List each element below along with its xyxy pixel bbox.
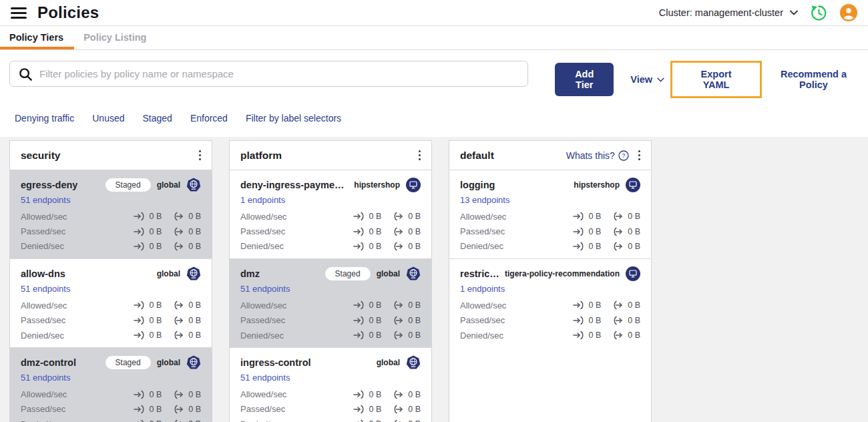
metric-row: Denied/sec0 B0 B (240, 328, 421, 343)
metric-value: 0 B (173, 212, 201, 221)
view-button-label: View (630, 74, 652, 85)
policy-search[interactable] (9, 61, 528, 87)
egress-bytes-icon (173, 316, 185, 325)
policy-card-dmz-control[interactable]: dmz-control Staged global 51 endpoints A… (10, 347, 212, 422)
metric-value: 0 B (393, 405, 421, 414)
metric-value: 0 B (134, 242, 162, 251)
metric-label: Denied/sec (21, 419, 64, 422)
whats-this-link[interactable]: Whats this? ? (566, 150, 629, 161)
ingress-bytes-icon (353, 242, 365, 251)
metric-value: 0 B (573, 212, 601, 221)
policy-name: dmz-control (21, 357, 76, 368)
metric-label: Allowed/sec (21, 300, 67, 310)
metric-label: Denied/sec (460, 241, 503, 251)
metric-value: 0 B (173, 390, 201, 399)
filter-denying-traffic[interactable]: Denying traffic (15, 113, 74, 124)
tier-header: platform (230, 141, 431, 170)
metric-row: Allowed/sec0 B0 B (240, 298, 421, 312)
filter-enforced[interactable]: Enforced (190, 113, 228, 124)
user-avatar[interactable] (840, 4, 857, 21)
egress-bytes-icon (173, 405, 185, 414)
tier-column-security: security egress-deny Staged global 51 en… (9, 140, 212, 422)
metric-row: Allowed/sec0 B0 B (21, 209, 201, 224)
policy-card-deny-ingress-paymentservice[interactable]: deny-ingress-paymentservi… hipstershop 1… (230, 170, 431, 258)
metric-value: 0 B (134, 212, 162, 221)
tier-menu-icon[interactable] (634, 149, 644, 162)
traffic-metrics: Allowed/sec0 B0 BPassed/sec0 B0 BDenied/… (240, 387, 421, 422)
metric-label: Denied/sec (21, 331, 64, 341)
search-input[interactable] (39, 68, 519, 79)
policy-scope: global (377, 358, 400, 367)
policy-card-restricted[interactable]: restricted tigera-policy-recommendation … (449, 258, 651, 347)
metric-value: 0 B (173, 227, 201, 236)
view-button[interactable]: View (630, 74, 664, 85)
menu-icon[interactable] (11, 5, 27, 21)
filter-unused[interactable]: Unused (92, 113, 124, 124)
egress-bytes-icon (393, 419, 405, 422)
global-policy-icon (406, 266, 421, 281)
policy-scope: global (157, 180, 180, 190)
tier-menu-icon[interactable] (415, 149, 425, 162)
metric-value: 0 B (573, 331, 601, 340)
chevron-down-icon (790, 10, 798, 15)
policy-card-logging[interactable]: logging hipstershop 13 endpoints Allowed… (449, 170, 651, 258)
policy-card-ingress-control[interactable]: ingress-control global 51 endpoints Allo… (230, 347, 431, 422)
metric-value: 0 B (353, 300, 381, 310)
recommend-policy-button[interactable]: Recommend a Policy (769, 69, 859, 90)
metric-label: Allowed/sec (240, 389, 286, 399)
ingress-bytes-icon (573, 316, 585, 325)
endpoints-link[interactable]: 51 endpoints (21, 373, 201, 383)
filter-by-label-selectors[interactable]: Filter by label selectors (246, 113, 341, 124)
metric-row: Allowed/sec0 B0 B (21, 298, 201, 312)
egress-bytes-icon (612, 316, 624, 325)
metric-value: 0 B (573, 316, 601, 325)
history-icon[interactable] (810, 4, 828, 22)
policy-name: allow-dns (21, 268, 65, 279)
metric-label: Passed/sec (21, 315, 65, 325)
policy-card-dmz[interactable]: dmz Staged global 51 endpoints Allowed/s… (230, 258, 431, 347)
metric-value: 0 B (393, 242, 421, 251)
policy-card-allow-dns[interactable]: allow-dns global 51 endpoints Allowed/se… (10, 258, 212, 347)
policy-scope: hipstershop (574, 180, 620, 190)
endpoints-link[interactable]: 51 endpoints (21, 195, 201, 205)
export-yaml-button[interactable]: Export YAML (688, 69, 744, 90)
egress-bytes-icon (612, 242, 624, 251)
metric-value: 0 B (573, 242, 601, 251)
egress-bytes-icon (393, 227, 405, 236)
policy-name: restricted (460, 268, 499, 279)
policy-scope: global (157, 358, 180, 367)
tier-menu-icon[interactable] (195, 149, 205, 162)
tier-name: security (21, 150, 60, 162)
metric-row: Denied/sec0 B0 B (240, 239, 421, 254)
endpoints-link[interactable]: 1 endpoints (460, 284, 640, 294)
tab-policy-tiers[interactable]: Policy Tiers (0, 26, 74, 49)
egress-bytes-icon (393, 331, 405, 340)
policy-card-egress-deny[interactable]: egress-deny Staged global 51 endpoints A… (10, 170, 212, 258)
egress-bytes-icon (393, 316, 405, 325)
filter-staged[interactable]: Staged (143, 113, 172, 124)
policy-name: dmz (240, 268, 260, 279)
tier-header: security (10, 141, 212, 170)
endpoints-link[interactable]: 13 endpoints (460, 195, 640, 205)
endpoints-link[interactable]: 51 endpoints (21, 284, 201, 294)
svg-text:?: ? (622, 152, 625, 159)
endpoints-link[interactable]: 51 endpoints (240, 373, 421, 383)
metric-label: Allowed/sec (240, 300, 286, 310)
endpoints-link[interactable]: 51 endpoints (240, 284, 421, 294)
ingress-bytes-icon (353, 331, 365, 340)
ingress-bytes-icon (353, 405, 365, 414)
tab-policy-listing[interactable]: Policy Listing (74, 26, 157, 49)
add-tier-button[interactable]: Add Tier (555, 63, 614, 96)
policy-name: deny-ingress-paymentservi… (240, 180, 349, 190)
tier-header: default Whats this? ? (449, 141, 651, 170)
endpoints-link[interactable]: 1 endpoints (240, 195, 421, 205)
tier-board: security egress-deny Staged global 51 en… (0, 137, 868, 422)
metric-row: Allowed/sec0 B0 B (460, 209, 640, 224)
metric-value: 0 B (353, 419, 381, 422)
egress-bytes-icon (612, 227, 624, 236)
egress-bytes-icon (173, 331, 185, 340)
chevron-down-icon (657, 77, 664, 82)
ingress-bytes-icon (353, 212, 365, 221)
namespace-policy-icon (626, 178, 640, 192)
cluster-selector[interactable]: Cluster: management-cluster (659, 7, 798, 18)
